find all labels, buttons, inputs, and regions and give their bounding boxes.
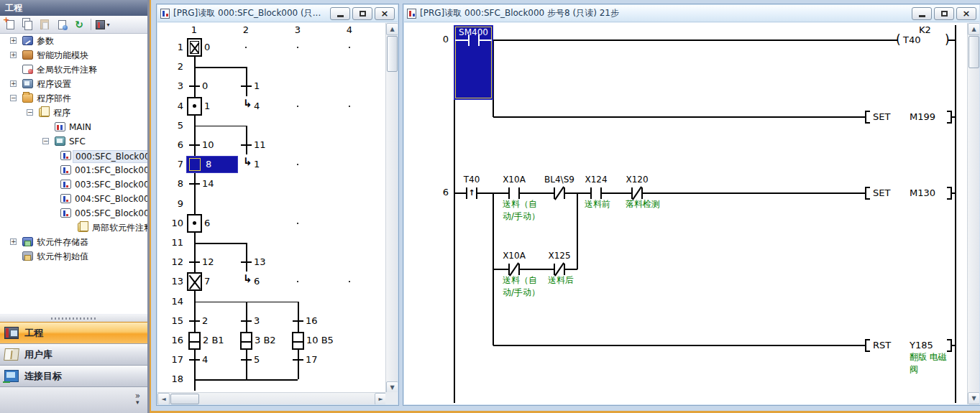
restore-button[interactable] xyxy=(934,7,954,20)
tree-item-main[interactable]: MAIN xyxy=(0,120,147,134)
tree-item-label: 000:SFC_Block000 xyxy=(73,150,147,163)
nav-button-project[interactable]: 工程 xyxy=(0,322,147,343)
scroll-down-arrow-icon[interactable]: ▼ xyxy=(968,392,979,404)
instruction-opcode[interactable]: RST xyxy=(873,340,891,351)
tree-item--[interactable]: 软元件初始值 xyxy=(0,249,147,264)
instruction-operand[interactable]: M130 xyxy=(910,187,935,198)
scroll-thumb[interactable] xyxy=(170,394,199,404)
paste-icon[interactable] xyxy=(37,17,52,32)
tree-item--[interactable]: +程序设置 xyxy=(0,77,147,91)
restore-button[interactable] xyxy=(352,7,372,20)
scroll-thumb[interactable] xyxy=(387,36,398,72)
minimize-button[interactable] xyxy=(330,7,350,20)
sfc-transition[interactable] xyxy=(241,320,252,322)
contact-bar xyxy=(518,264,520,275)
sfc-vertical-scrollbar[interactable]: ▲ ▼ xyxy=(385,23,398,394)
tree-item--[interactable]: 全局软元件注释 xyxy=(0,62,147,77)
device-label: X125 xyxy=(536,251,582,261)
sfc-transition[interactable] xyxy=(241,359,252,361)
device-comment-line: 落料检测 xyxy=(626,198,687,210)
sfc-transition[interactable] xyxy=(241,261,252,263)
sfc-branch-line xyxy=(194,379,298,381)
close-button[interactable]: × xyxy=(375,7,395,20)
device-label: T40 xyxy=(449,175,495,185)
sfc-transition[interactable] xyxy=(293,320,303,322)
copy-icon[interactable] xyxy=(20,17,35,32)
tree-item-003-sfc_block003[interactable]: 003:SFC_Block003 xyxy=(0,177,147,192)
close-button[interactable]: × xyxy=(956,7,976,20)
sfc-window-titlebar[interactable]: [PRG]读取 000:SFC_Block000 (只... × xyxy=(157,5,398,22)
sfc-transition[interactable] xyxy=(293,359,303,361)
minimize-button[interactable] xyxy=(912,7,932,20)
instruction-operand[interactable]: M199 xyxy=(910,111,935,122)
sfc-init-step[interactable] xyxy=(187,38,202,57)
contact-gap xyxy=(510,190,518,197)
tree-item--[interactable]: +智能功能模块 xyxy=(0,48,147,62)
tree-item-sfc[interactable]: −SFC xyxy=(0,134,147,149)
ladder-vertical-scrollbar[interactable]: ▲ ▼ xyxy=(967,23,979,404)
tree-item--[interactable]: −程序部件 xyxy=(0,91,147,106)
contact-gap xyxy=(592,190,600,197)
tree-item-000-sfc_block000[interactable]: 000:SFC_Block000 xyxy=(0,149,147,163)
sfc-horizontal-scrollbar[interactable]: ◄ ► xyxy=(157,392,387,404)
tree-item--[interactable]: +参数 xyxy=(0,34,147,48)
sfc-transition[interactable] xyxy=(241,144,252,146)
sfc-jump-arrow-icon[interactable]: ↳ xyxy=(243,98,252,108)
scroll-left-arrow-icon[interactable]: ◄ xyxy=(157,393,170,404)
instruction-operand[interactable]: Y185 xyxy=(910,340,933,351)
collapse-minus-icon[interactable]: − xyxy=(10,95,17,101)
sfc-dot-step[interactable] xyxy=(187,97,202,116)
sfc-transition[interactable] xyxy=(189,359,200,361)
refresh-icon[interactable]: ↻ xyxy=(72,17,86,32)
nav-button-user-library[interactable]: 用户库 xyxy=(0,343,147,365)
coil-device[interactable]: T40 xyxy=(903,34,920,45)
sfc-block-step[interactable] xyxy=(240,332,252,350)
collapse-minus-icon[interactable]: − xyxy=(42,138,49,144)
sfc-transition[interactable] xyxy=(189,85,200,87)
sfc-selected-step[interactable]: 8 xyxy=(186,156,238,173)
sfc-dot-step[interactable] xyxy=(187,214,202,233)
scroll-up-arrow-icon[interactable]: ▲ xyxy=(968,23,979,35)
tree-item--[interactable]: +软元件存储器 xyxy=(0,235,147,249)
instruction-opcode[interactable]: SET xyxy=(873,111,890,122)
expand-plus-icon[interactable]: + xyxy=(10,238,17,245)
tree-item-005-sfc_block005[interactable]: 005:SFC_Block005 xyxy=(0,206,147,221)
module-selector-icon[interactable]: ▾ xyxy=(96,17,110,32)
new-document-icon[interactable]: + xyxy=(3,17,17,32)
expand-plus-icon[interactable]: + xyxy=(10,80,17,87)
sfc-transition[interactable] xyxy=(241,85,252,87)
sfc-transition-label: 10 xyxy=(202,139,214,150)
sfc-step-label: 3 B2 xyxy=(255,335,276,345)
scroll-up-arrow-icon[interactable]: ▲ xyxy=(386,23,398,35)
collapse-minus-icon[interactable]: − xyxy=(27,109,33,116)
sfc-block-step[interactable] xyxy=(292,332,304,350)
tree-item--[interactable]: 局部软元件注释 xyxy=(0,221,147,235)
tree-item-001-sfc_block001[interactable]: 001:SFC_Block001 xyxy=(0,163,147,177)
expand-plus-icon[interactable]: + xyxy=(10,37,17,44)
document-property-icon[interactable] xyxy=(55,17,69,32)
sfc-row-number: 4 xyxy=(162,101,183,111)
tree-item--[interactable]: −程序 xyxy=(0,106,147,120)
sfc-transition[interactable] xyxy=(189,183,200,185)
expand-plus-icon[interactable]: + xyxy=(10,52,17,58)
sfc-transition[interactable] xyxy=(189,320,200,322)
nav-button-connection[interactable]: 连接目标 xyxy=(0,365,147,386)
collapse-chevrons-icon[interactable]: » ▾ xyxy=(135,393,140,406)
sfc-block-step[interactable] xyxy=(188,332,201,350)
sfc-column-header: 1 xyxy=(187,24,201,35)
instruction-opcode[interactable]: SET xyxy=(873,187,890,198)
scroll-thumb[interactable] xyxy=(968,36,979,68)
panel-splitter[interactable] xyxy=(0,315,147,322)
sfc-branch-line xyxy=(194,67,246,68)
device-comment: 翻版 电磁阀 xyxy=(910,351,971,376)
sfc-crossed-step[interactable] xyxy=(187,272,202,291)
project-panel-header[interactable]: 工程 xyxy=(0,0,147,16)
sfc-jump-arrow-icon[interactable]: ↳ xyxy=(243,157,252,167)
sfc-jump-arrow-icon[interactable]: ↳ xyxy=(243,274,252,284)
tree-item-004-sfc_block004[interactable]: 004:SFC_Block004 xyxy=(0,192,147,206)
ladder-window-titlebar[interactable]: [PRG]读取 000:SFC_Block000 步号8 (只读) 21步 × xyxy=(404,5,979,22)
device-comment-line: 翻版 电磁 xyxy=(910,351,971,363)
sfc-transition[interactable] xyxy=(189,144,200,146)
sfc-transition[interactable] xyxy=(189,261,200,263)
sfc-row-number: 6 xyxy=(162,139,183,150)
